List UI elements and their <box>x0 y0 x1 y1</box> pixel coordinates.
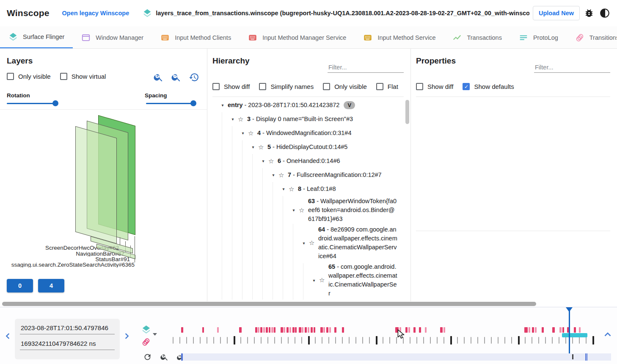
sf-entry-tick[interactable] <box>369 337 370 344</box>
collapse-arrow-icon[interactable]: ▾ <box>268 173 278 177</box>
sf-entry-tick[interactable] <box>349 337 350 344</box>
tree-node[interactable]: ▾☆8 - Leaf:0:1#8 <box>211 182 398 196</box>
previous-entry-icon[interactable] <box>3 331 13 341</box>
sf-entry-tick[interactable] <box>295 337 295 344</box>
transition-mark[interactable] <box>274 327 275 333</box>
sf-entry-tick[interactable] <box>376 336 377 345</box>
sf-entry-tick[interactable] <box>532 337 532 344</box>
sf-entry-tick[interactable] <box>220 337 221 344</box>
transition-mark[interactable] <box>217 327 219 333</box>
sf-entry-tick[interactable] <box>579 337 580 344</box>
star-icon[interactable]: ☆ <box>258 143 267 151</box>
transition-mark[interactable] <box>579 327 581 333</box>
checkbox-box[interactable] <box>323 83 330 90</box>
sf-entry-tick[interactable] <box>207 337 207 344</box>
tab-transactions[interactable]: Transactions <box>444 26 510 49</box>
star-icon[interactable]: ☆ <box>289 185 298 193</box>
sf-entry-tick[interactable] <box>362 337 363 344</box>
tree-node[interactable]: ▾entry - 2023-08-28T17:01:50.421423872V <box>211 98 398 112</box>
sf-entry-tick[interactable] <box>464 337 465 344</box>
sf-entry-tick[interactable] <box>471 337 471 344</box>
collapse-arrow-icon[interactable]: ▾ <box>289 208 299 212</box>
tab-input-method-manager-service[interactable]: Input Method Manager Service <box>240 26 355 49</box>
sf-entry-tick[interactable] <box>498 337 499 344</box>
transition-mark[interactable] <box>255 327 257 333</box>
upload-new-button[interactable]: Upload New <box>533 6 580 20</box>
sf-entry-tick[interactable] <box>525 337 526 344</box>
sf-entry-tick[interactable] <box>572 337 573 344</box>
transition-mark[interactable] <box>311 327 313 333</box>
transition-mark[interactable] <box>271 327 273 333</box>
sf-entry-tick[interactable] <box>267 337 268 344</box>
horizontal-scrollbar-thumb[interactable] <box>2 302 536 306</box>
transition-mark[interactable] <box>559 327 562 333</box>
sf-entry-tick[interactable] <box>234 336 235 345</box>
bug-report-icon[interactable] <box>583 7 595 19</box>
sf-entry-tick[interactable] <box>410 337 410 344</box>
checkbox-box[interactable] <box>60 73 67 80</box>
tree-node[interactable]: ▾☆4 - WindowedMagnification:0:31#4 <box>211 126 398 140</box>
checkbox-show-diff[interactable]: Show diff <box>212 83 250 90</box>
checkbox-simplify-names[interactable]: Simplify names <box>259 83 314 90</box>
sf-entry-tick[interactable] <box>423 337 424 344</box>
star-icon[interactable]: ☆ <box>238 116 247 123</box>
transition-mark[interactable] <box>320 327 323 333</box>
star-icon[interactable]: ☆ <box>309 239 318 247</box>
checkbox-box[interactable] <box>416 83 423 90</box>
checkbox-box[interactable] <box>212 83 220 90</box>
transition-mark[interactable] <box>425 327 427 333</box>
display-button-4[interactable]: 4 <box>38 279 64 292</box>
transition-mark[interactable] <box>334 327 336 333</box>
tab-window-manager[interactable]: Window Manager <box>73 26 152 49</box>
sf-entry-tick[interactable] <box>592 336 594 345</box>
transition-mark[interactable] <box>443 327 445 333</box>
sf-entry-tick[interactable] <box>383 337 383 344</box>
sf-entry-tick[interactable] <box>552 337 553 344</box>
timestamp-input[interactable] <box>20 319 115 334</box>
transition-mark[interactable] <box>286 327 289 333</box>
collapse-arrow-icon[interactable]: ▾ <box>248 145 258 149</box>
tab-protolog[interactable]: ProtoLog <box>510 26 567 49</box>
sf-entry-tick[interactable] <box>247 337 248 344</box>
rotation-slider[interactable] <box>7 100 58 106</box>
sf-entry-tick[interactable] <box>301 337 302 344</box>
sf-entry-tick[interactable] <box>186 337 187 344</box>
next-entry-icon[interactable] <box>122 331 131 341</box>
collapse-arrow-icon[interactable]: ▾ <box>299 241 309 245</box>
checkbox-show-diff[interactable]: Show diff <box>416 83 453 90</box>
sf-entry-tick[interactable] <box>213 337 214 344</box>
layers-3d-view[interactable]: ScreenDecorHwcOverlay#62NavigationBar0#8… <box>0 109 207 279</box>
sf-entry-tick[interactable] <box>227 337 228 344</box>
transitions-trace-icon[interactable] <box>141 337 151 347</box>
tree-node[interactable]: ▾☆64 - 8e26909 com.google.android.wallpa… <box>211 224 398 262</box>
collapse-arrow-icon[interactable]: ▾ <box>258 159 268 163</box>
transition-mark[interactable] <box>314 327 315 333</box>
checkbox-box[interactable]: ✓ <box>463 83 470 90</box>
star-icon[interactable]: ☆ <box>278 171 288 179</box>
hierarchy-scrollbar[interactable] <box>405 100 409 124</box>
tree-node[interactable]: ▾☆65 - com.google.android.wallpaper.effe… <box>211 262 398 299</box>
spacing-slider[interactable] <box>146 100 196 106</box>
transition-mark[interactable] <box>302 327 303 333</box>
tree-node[interactable]: ▾☆63 - WallpaperWindowToken{fa0eef6 toke… <box>211 196 398 224</box>
transition-mark[interactable] <box>562 327 564 333</box>
collapse-arrow-icon[interactable]: ▾ <box>278 187 289 191</box>
checkbox-box[interactable] <box>7 73 14 80</box>
transition-mark[interactable] <box>305 327 307 333</box>
surface-flinger-trace-icon[interactable] <box>141 325 151 334</box>
transition-mark[interactable] <box>408 327 410 333</box>
tab-input-method-clients[interactable]: Input Method Clients <box>152 26 240 49</box>
display-button-0[interactable]: 0 <box>7 279 33 292</box>
sf-entry-tick[interactable] <box>240 337 241 344</box>
sf-entry-tick[interactable] <box>335 337 336 344</box>
sf-entry-tick[interactable] <box>261 337 262 344</box>
star-icon[interactable]: ☆ <box>319 276 328 284</box>
zoom-out-icon[interactable] <box>171 72 182 83</box>
transition-mark[interactable] <box>574 327 576 333</box>
star-icon[interactable]: ☆ <box>248 130 257 137</box>
transition-mark[interactable] <box>266 327 268 333</box>
collapse-arrow-icon[interactable]: ▾ <box>309 278 319 283</box>
transition-mark[interactable] <box>399 327 401 333</box>
checkbox-box[interactable] <box>259 83 266 90</box>
sf-entry-tick[interactable] <box>477 337 478 344</box>
